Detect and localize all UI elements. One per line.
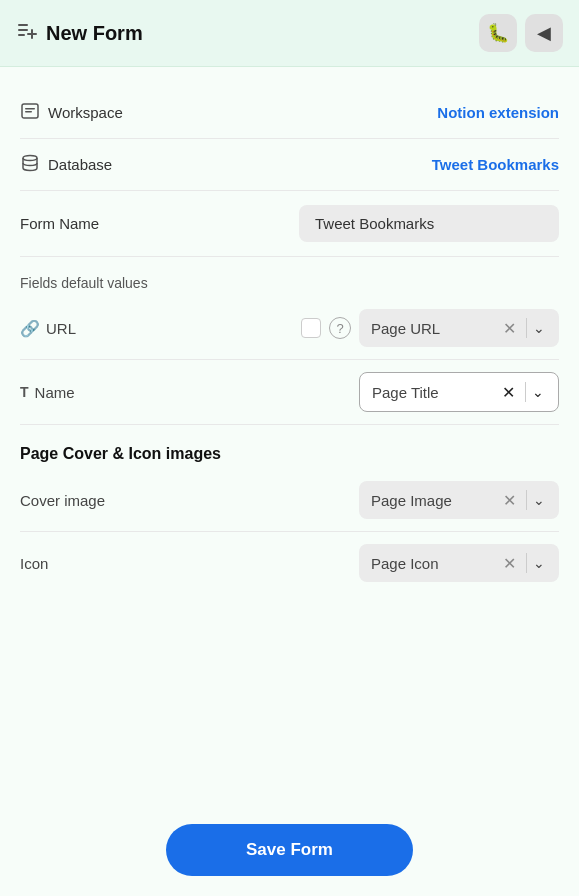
url-checkbox[interactable]: [301, 318, 321, 338]
cover-image-label: Cover image: [20, 492, 140, 509]
header: New Form 🐛 ◀: [0, 0, 579, 67]
svg-rect-1: [18, 29, 28, 31]
url-select[interactable]: Page URL ✕ ⌄: [359, 309, 559, 347]
name-clear-icon[interactable]: ✕: [496, 383, 521, 402]
name-arrow-icon[interactable]: ⌄: [530, 384, 546, 400]
icon-field-controls: Page Icon ✕ ⌄: [359, 544, 559, 582]
workspace-value[interactable]: Notion extension: [437, 104, 559, 121]
url-arrow-icon[interactable]: ⌄: [531, 320, 547, 336]
svg-rect-0: [18, 24, 28, 26]
name-select[interactable]: Page Title ✕ ⌄: [359, 372, 559, 412]
save-button-container: Save Form: [0, 824, 579, 876]
database-icon: [20, 153, 40, 176]
svg-rect-7: [25, 111, 32, 113]
icon-select-value: Page Icon: [371, 555, 497, 572]
name-field-controls: Page Title ✕ ⌄: [359, 372, 559, 412]
icon-row: Icon Page Icon ✕ ⌄: [20, 532, 559, 594]
url-label-text: URL: [46, 320, 76, 337]
svg-rect-2: [18, 34, 25, 36]
name-divider: [525, 382, 526, 402]
fields-section-title: Fields default values: [20, 257, 559, 297]
page-section-heading: Page Cover & Icon images: [20, 425, 559, 469]
form-name-label-group: Form Name: [20, 215, 160, 232]
url-field-controls: ? Page URL ✕ ⌄: [301, 309, 559, 347]
content: Workspace Notion extension Database Twee…: [0, 67, 579, 896]
debug-button[interactable]: 🐛: [479, 14, 517, 52]
cover-image-value: Page Image: [371, 492, 497, 509]
cover-image-select[interactable]: Page Image ✕ ⌄: [359, 481, 559, 519]
cover-image-controls: Page Image ✕ ⌄: [359, 481, 559, 519]
cover-image-row: Cover image Page Image ✕ ⌄: [20, 469, 559, 532]
url-clear-icon[interactable]: ✕: [497, 319, 522, 338]
name-field-label: T Name: [20, 384, 140, 401]
back-button[interactable]: ◀: [525, 14, 563, 52]
database-row: Database Tweet Bookmarks: [20, 139, 559, 191]
name-select-value: Page Title: [372, 384, 496, 401]
workspace-label: Workspace: [48, 104, 123, 121]
header-actions: 🐛 ◀: [479, 14, 563, 52]
database-value[interactable]: Tweet Bookmarks: [432, 156, 559, 173]
url-help-icon[interactable]: ?: [329, 317, 351, 339]
debug-icon: 🐛: [487, 22, 509, 44]
form-name-row: Form Name: [20, 191, 559, 257]
svg-rect-6: [25, 108, 35, 110]
workspace-row: Workspace Notion extension: [20, 87, 559, 139]
back-icon: ◀: [537, 22, 551, 44]
url-select-value: Page URL: [371, 320, 497, 337]
cover-divider: [526, 490, 527, 510]
icon-select[interactable]: Page Icon ✕ ⌄: [359, 544, 559, 582]
icon-field-label: Icon: [20, 555, 140, 572]
cover-image-label-text: Cover image: [20, 492, 105, 509]
form-icon: [16, 20, 38, 47]
svg-point-8: [23, 156, 37, 161]
url-field-row: 🔗 URL ? Page URL ✕ ⌄: [20, 297, 559, 360]
name-label-text: Name: [35, 384, 75, 401]
workspace-label-group: Workspace: [20, 101, 160, 124]
database-label-group: Database: [20, 153, 160, 176]
header-title-group: New Form: [16, 20, 143, 47]
icon-label-text: Icon: [20, 555, 48, 572]
url-divider: [526, 318, 527, 338]
form-name-input[interactable]: [299, 205, 559, 242]
workspace-icon: [20, 101, 40, 124]
url-field-label: 🔗 URL: [20, 319, 140, 338]
form-name-label: Form Name: [20, 215, 99, 232]
cover-clear-icon[interactable]: ✕: [497, 491, 522, 510]
page-title: New Form: [46, 22, 143, 45]
database-label: Database: [48, 156, 112, 173]
icon-arrow-icon[interactable]: ⌄: [531, 555, 547, 571]
cover-arrow-icon[interactable]: ⌄: [531, 492, 547, 508]
name-icon: T: [20, 384, 29, 400]
url-icon: 🔗: [20, 319, 40, 338]
save-button[interactable]: Save Form: [166, 824, 413, 876]
icon-clear-icon[interactable]: ✕: [497, 554, 522, 573]
icon-divider: [526, 553, 527, 573]
name-field-row: T Name Page Title ✕ ⌄: [20, 360, 559, 425]
